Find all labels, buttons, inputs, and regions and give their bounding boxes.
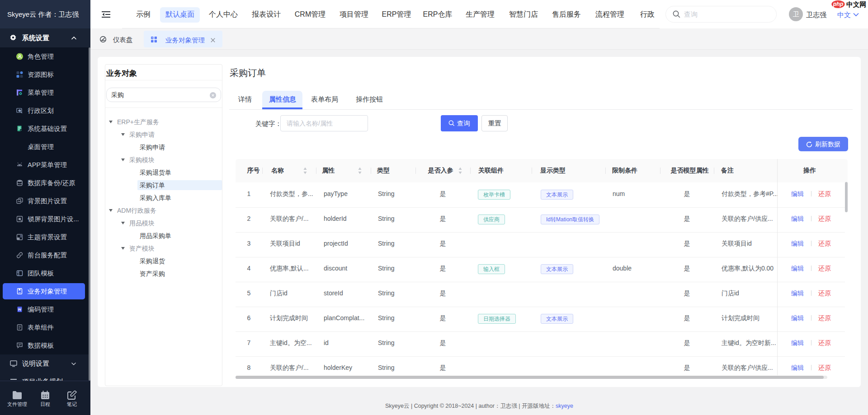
svg-text:中文网: 中文网 bbox=[846, 1, 866, 8]
svg-text:php: php bbox=[833, 1, 844, 7]
